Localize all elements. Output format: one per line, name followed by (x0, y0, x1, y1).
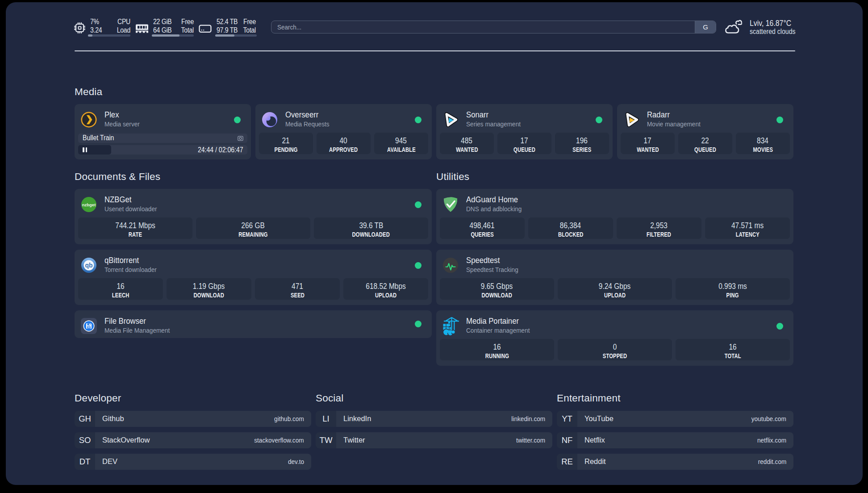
svg-text:qb: qb (85, 262, 92, 269)
svg-text:nzbget: nzbget (82, 202, 96, 207)
